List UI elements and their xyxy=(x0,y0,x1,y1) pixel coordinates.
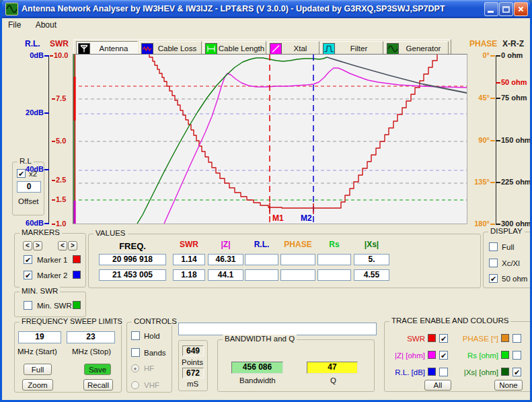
points-panel: 649 Points 672 mS xyxy=(178,340,208,391)
rl-tick-60db: 60dB xyxy=(24,219,44,228)
trace-group: TRACE ENABLE AND COLOURS SWR ✔ PHASE [°]… xyxy=(384,321,531,392)
ohm-tick-150: 150 ohm xyxy=(501,136,531,145)
generator-icon xyxy=(387,43,399,55)
m2-freq-field[interactable]: 21 453 005 xyxy=(99,269,166,281)
sweep-save-button[interactable]: Save xyxy=(84,364,111,375)
trace-none-button[interactable]: None xyxy=(494,380,523,391)
m2-xs-field: 4.55 xyxy=(354,269,389,281)
min-swr-group: MIN. SWR Min. SWR xyxy=(14,292,86,317)
title-bar[interactable]: Antenna Network Analyser by IW3HEV & IW3… xyxy=(2,0,530,18)
points-label: Points xyxy=(182,358,203,366)
markers-group: MARKERS < > < > ✔ Marker 1 ✔ Marker 2 xyxy=(14,233,86,288)
trace-z-checkbox[interactable]: ✔ xyxy=(439,351,448,360)
header-freq: FREQ. xyxy=(99,241,166,251)
sweep-chart[interactable]: M1M2 xyxy=(73,54,467,224)
values-group: VALUES FREQ. SWR |Z| R.L. PHASE Rs |Xs| … xyxy=(88,234,481,288)
trace-all-button[interactable]: All xyxy=(424,380,451,391)
phase-axis-caption: PHASE xyxy=(469,39,497,48)
controls-group: CONTROLS Hold Bands ● HF VHF xyxy=(126,322,172,393)
marker2-next-button[interactable]: > xyxy=(68,241,77,250)
trace-rl-checkbox[interactable] xyxy=(439,368,448,376)
header-xs: |Xs| xyxy=(354,240,389,249)
rl-x2-checkbox[interactable]: ✔ xyxy=(17,169,26,178)
bands-label: Bands xyxy=(144,349,166,357)
m1-freq-field[interactable]: 20 996 918 xyxy=(99,254,166,265)
menu-about[interactable]: About xyxy=(30,18,63,32)
hold-checkbox[interactable] xyxy=(131,331,140,340)
bandwidth-group: BANDWIDTH and Q 456 086 Bandwidth 47 Q xyxy=(217,339,375,392)
menu-bar: File About xyxy=(2,18,530,32)
maximize-button[interactable] xyxy=(499,2,513,16)
swr-tick-2-5: 2.5 xyxy=(56,176,66,185)
marker1-label: Marker 1 xyxy=(37,256,67,264)
rl-offset-input[interactable]: 0 xyxy=(17,181,41,193)
display-50ohm-label: 50 ohm xyxy=(502,275,527,283)
display-xcxl-checkbox[interactable] xyxy=(489,259,498,267)
sweep-full-button[interactable]: Full xyxy=(24,364,52,375)
command-input[interactable] xyxy=(178,323,377,335)
bandwidth-label: Bandwidth xyxy=(239,376,276,384)
sweep-stop-label: MHz (Stop) xyxy=(72,347,111,356)
ms-value: 672 xyxy=(182,368,204,378)
min-swr-color-swatch[interactable] xyxy=(73,301,81,309)
marker1-prev-button[interactable]: < xyxy=(23,241,32,250)
trace-rs-label: Rs [ohm] xyxy=(455,351,498,360)
m2-swr-field: 1.18 xyxy=(173,269,205,281)
marker1-next-button[interactable]: > xyxy=(33,241,42,250)
marker2-prev-button[interactable]: < xyxy=(58,241,67,250)
trace-swr-label: SWR xyxy=(387,335,425,343)
phase-tick-45: 45° xyxy=(468,94,490,102)
marker1-checkbox[interactable]: ✔ xyxy=(24,255,32,264)
rl-tick-0db: 0dB xyxy=(24,51,44,60)
sweep-stop-input[interactable]: 23 xyxy=(67,331,115,343)
trace-z-swatch[interactable] xyxy=(428,351,436,359)
phase-tick-135: 135° xyxy=(468,178,490,187)
m2-phase-field xyxy=(280,269,315,281)
m2-rl-field xyxy=(245,269,278,281)
min-swr-checkbox[interactable] xyxy=(24,301,32,310)
trace-phase-swatch[interactable] xyxy=(501,334,509,342)
window-title: Antenna Network Analyser by IW3HEV & IW3… xyxy=(22,0,445,18)
svg-text:M2: M2 xyxy=(301,213,312,223)
xtal-icon xyxy=(270,43,282,55)
display-50ohm-checkbox[interactable]: ✔ xyxy=(489,274,498,283)
points-value: 649 xyxy=(182,345,204,356)
trace-phase-checkbox[interactable] xyxy=(512,334,521,343)
trace-xs-swatch[interactable] xyxy=(501,368,509,376)
q-value: 47 xyxy=(307,362,358,374)
minimize-button[interactable] xyxy=(484,2,498,16)
hf-radio[interactable]: ● xyxy=(131,364,139,372)
maximize-icon xyxy=(502,6,510,13)
sweep-recall-button[interactable]: Recall xyxy=(83,379,113,391)
swr-tick-7-5: 7.5 xyxy=(56,94,66,103)
marker2-checkbox[interactable]: ✔ xyxy=(24,271,32,279)
chart-canvas: M1M2 xyxy=(73,55,467,224)
header-phase: PHASE xyxy=(280,240,315,249)
display-full-checkbox[interactable] xyxy=(489,242,498,251)
ohm-tick-50: 50 ohm xyxy=(501,78,527,87)
swr-tick-1-5: 1.5 xyxy=(56,195,66,204)
menu-file[interactable]: File xyxy=(2,18,27,32)
sweep-zoom-button[interactable]: Zoom xyxy=(22,379,53,391)
trace-rs-checkbox[interactable] xyxy=(512,351,521,360)
trace-swr-swatch[interactable] xyxy=(428,334,436,342)
sweep-start-input[interactable]: 19 xyxy=(18,331,61,343)
m1-phase-field xyxy=(280,254,315,265)
m2-z-field: 44.1 xyxy=(208,269,243,281)
bands-checkbox[interactable] xyxy=(131,348,140,357)
header-rs: Rs xyxy=(317,240,351,249)
close-button[interactable]: + xyxy=(514,2,528,16)
trace-xs-checkbox[interactable]: ✔ xyxy=(512,368,521,376)
left-axis-line xyxy=(48,55,49,224)
vhf-radio[interactable] xyxy=(131,381,139,389)
marker1-color-swatch[interactable] xyxy=(73,255,81,263)
trace-z-label: |Z| [ohm] xyxy=(387,351,425,360)
xrz-axis-caption: X-R-Z xyxy=(502,39,524,48)
cable-loss-icon xyxy=(141,43,153,55)
trace-swr-checkbox[interactable]: ✔ xyxy=(439,334,448,343)
marker2-color-swatch[interactable] xyxy=(73,271,81,279)
trace-rl-swatch[interactable] xyxy=(428,368,436,376)
trace-rs-swatch[interactable] xyxy=(501,351,509,359)
rl-x2-label: x2 xyxy=(29,170,37,178)
display-full-label: Full xyxy=(502,243,515,251)
